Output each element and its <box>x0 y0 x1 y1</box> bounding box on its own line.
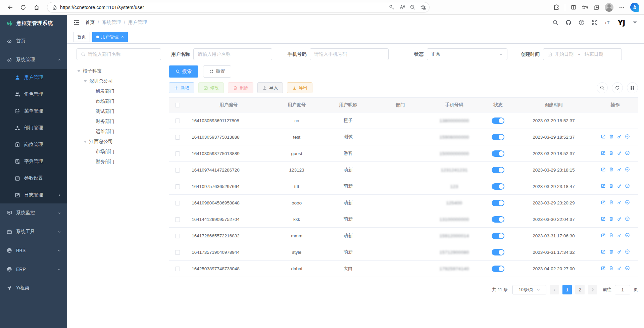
status-select[interactable]: 正常 <box>427 48 507 60</box>
table-refresh-button[interactable] <box>612 82 623 93</box>
row-assign-role-icon[interactable] <box>625 134 630 139</box>
sidebar-item-菜单管理[interactable]: 菜单管理 <box>0 103 67 120</box>
status-toggle[interactable] <box>492 118 504 124</box>
sidebar-item-参数设置[interactable]: 参数设置 <box>0 170 67 187</box>
search-button[interactable]: 搜索 <box>169 65 198 78</box>
more-options-icon[interactable] <box>619 4 625 10</box>
caret-down-icon[interactable] <box>77 69 81 74</box>
row-assign-role-icon[interactable] <box>625 249 630 254</box>
import-button[interactable]: 导入 <box>257 82 283 93</box>
status-toggle[interactable] <box>492 134 504 140</box>
caret-down-icon[interactable] <box>632 19 638 26</box>
favorites-icon[interactable] <box>582 4 588 10</box>
row-assign-role-icon[interactable] <box>625 266 630 271</box>
phone-input[interactable]: 请输入手机号码 <box>310 48 389 60</box>
tree-node-运维部门[interactable]: 运维部门 <box>77 127 169 137</box>
status-toggle[interactable] <box>492 183 504 190</box>
caret-down-icon[interactable] <box>83 139 88 144</box>
tree-node-橙子科技[interactable]: 橙子科技 <box>77 66 169 76</box>
app-logo[interactable]: 意框架管理系统 <box>0 15 67 32</box>
fullscreen-icon[interactable] <box>592 19 598 26</box>
user-logo[interactable]: Yj <box>618 18 625 27</box>
tab-home[interactable]: 首页 <box>73 32 90 42</box>
row-reset-password-icon[interactable] <box>617 183 622 188</box>
row-assign-role-icon[interactable] <box>625 183 630 188</box>
row-assign-role-icon[interactable] <box>625 233 630 238</box>
row-reset-password-icon[interactable] <box>617 233 622 238</box>
username-input[interactable]: 请输入用户名称 <box>193 48 272 60</box>
sidebar-item-ERP[interactable]: ERP <box>0 260 67 279</box>
row-checkbox[interactable] <box>175 184 180 189</box>
tree-node-测试部门[interactable]: 测试部门 <box>77 106 169 116</box>
tree-node-市场部门[interactable]: 市场部门 <box>77 96 169 106</box>
github-icon[interactable] <box>565 19 572 26</box>
row-edit-icon[interactable] <box>601 200 606 205</box>
font-size-icon[interactable]: TT <box>605 19 611 26</box>
row-reset-password-icon[interactable] <box>617 200 622 205</box>
sidebar-item-Yi框架[interactable]: Yi框架 <box>0 279 67 297</box>
row-delete-icon[interactable] <box>609 167 614 172</box>
row-assign-role-icon[interactable] <box>625 200 630 205</box>
password-key-icon[interactable] <box>389 4 395 10</box>
read-aloud-icon[interactable] <box>399 4 405 10</box>
copilot-icon[interactable]: b <box>630 3 639 12</box>
row-reset-password-icon[interactable] <box>617 134 622 139</box>
status-toggle[interactable] <box>492 150 504 157</box>
sidebar-item-系统管理[interactable]: 系统管理 <box>0 50 67 69</box>
table-columns-button[interactable] <box>627 82 638 93</box>
browser-home-button[interactable] <box>32 2 42 12</box>
sidebar-item-角色管理[interactable]: 角色管理 <box>0 86 67 103</box>
row-edit-icon[interactable] <box>601 233 606 238</box>
search-icon[interactable] <box>552 19 558 26</box>
breadcrumb-home[interactable]: 首页 <box>85 19 95 26</box>
row-edit-icon[interactable] <box>601 266 606 271</box>
prev-page-button[interactable] <box>550 285 559 294</box>
sidebar-item-用户管理[interactable]: 用户管理 <box>0 69 67 86</box>
row-assign-role-icon[interactable] <box>625 167 630 172</box>
row-checkbox[interactable] <box>175 217 180 222</box>
row-delete-icon[interactable] <box>609 200 614 205</box>
caret-down-icon[interactable] <box>83 79 88 84</box>
row-delete-icon[interactable] <box>609 134 614 139</box>
page-button-2[interactable]: 2 <box>575 285 585 294</box>
row-reset-password-icon[interactable] <box>617 266 622 271</box>
status-toggle[interactable] <box>492 266 504 272</box>
sidebar-item-岗位管理[interactable]: 岗位管理 <box>0 136 67 153</box>
row-checkbox[interactable] <box>175 119 180 123</box>
row-edit-icon[interactable] <box>601 150 606 155</box>
split-screen-icon[interactable] <box>571 4 577 10</box>
select-all-checkbox[interactable] <box>175 103 180 107</box>
row-assign-role-icon[interactable] <box>625 150 630 155</box>
row-edit-icon[interactable] <box>601 216 606 221</box>
edit-button[interactable]: 修改 <box>198 82 224 93</box>
status-toggle[interactable] <box>492 233 504 239</box>
row-edit-icon[interactable] <box>601 249 606 254</box>
status-toggle[interactable] <box>492 167 504 173</box>
address-bar[interactable]: https://ccnetcore.com:1101/system/user <box>47 2 430 12</box>
export-button[interactable]: 导出 <box>287 82 312 93</box>
tree-node-深圳总公司[interactable]: 深圳总公司 <box>77 76 169 86</box>
row-reset-password-icon[interactable] <box>617 249 622 254</box>
page-button-1[interactable]: 1 <box>562 285 572 294</box>
extensions-icon[interactable] <box>553 4 559 10</box>
status-toggle[interactable] <box>492 216 504 223</box>
status-toggle[interactable] <box>492 200 504 206</box>
row-checkbox[interactable] <box>175 151 180 156</box>
tree-node-市场部门[interactable]: 市场部门 <box>77 147 169 157</box>
tree-node-研发部门[interactable]: 研发部门 <box>77 86 169 96</box>
row-checkbox[interactable] <box>175 267 180 271</box>
sidebar-item-部门管理[interactable]: 部门管理 <box>0 120 67 136</box>
tree-node-财务部门[interactable]: 财务部门 <box>77 157 169 167</box>
sidebar-item-字典管理[interactable]: 字典管理 <box>0 153 67 170</box>
close-tab-icon[interactable]: × <box>121 34 124 39</box>
row-checkbox[interactable] <box>175 135 180 140</box>
status-toggle[interactable] <box>492 249 504 255</box>
row-delete-icon[interactable] <box>609 266 614 271</box>
date-range-input[interactable]: 开始日期 - 结束日期 <box>543 48 622 60</box>
browser-refresh-button[interactable] <box>18 2 28 12</box>
table-search-toggle-button[interactable] <box>597 82 608 93</box>
row-checkbox[interactable] <box>175 234 180 238</box>
row-edit-icon[interactable] <box>601 134 606 139</box>
breadcrumb-system[interactable]: 系统管理 <box>102 19 121 26</box>
help-icon[interactable] <box>579 19 585 26</box>
